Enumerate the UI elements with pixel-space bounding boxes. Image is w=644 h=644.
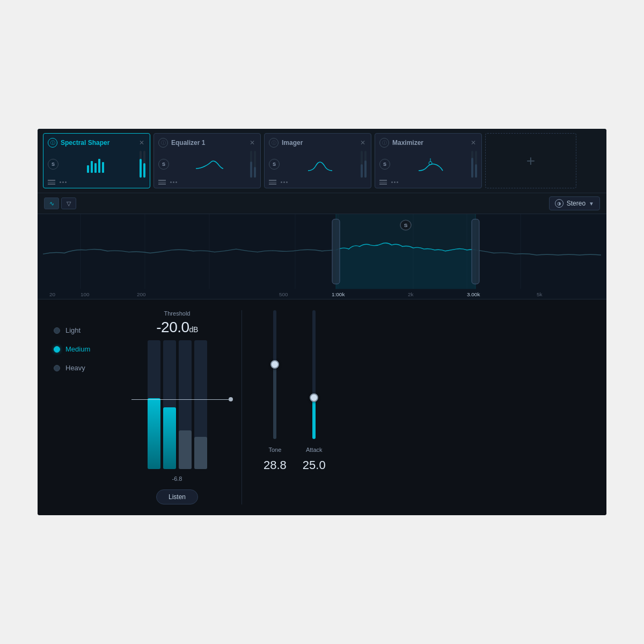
burger-icon-spectral[interactable] [48, 180, 55, 185]
tone-slider-track[interactable] [273, 310, 276, 439]
plugin-card-body-max: S [379, 151, 477, 178]
plugin-controls-left-imager: S [269, 159, 280, 170]
mini-fader-eq-1 [250, 151, 252, 178]
listen-button[interactable]: Listen [156, 489, 198, 504]
burger-icon-eq[interactable] [158, 180, 166, 185]
plugin-card-body-imager: S [269, 151, 367, 178]
mode-dot-heavy [54, 365, 60, 371]
eq-thumbnail [169, 155, 250, 174]
plugin-name-eq: Equalizer 1 [171, 139, 205, 147]
analyzer-toolbar: ∿ ▽ ◑ Stereo ▼ [38, 193, 606, 214]
close-button-eq[interactable]: ✕ [248, 139, 256, 147]
attack-slider-track[interactable] [312, 310, 316, 439]
mini-fader-1 [140, 151, 142, 178]
power-button-imager[interactable]: ⓘ [269, 138, 279, 148]
plugin-bottom-row-imager [269, 180, 367, 185]
plugin-name-max: Maximizer [392, 139, 423, 147]
view-btn-spectrum[interactable]: ▽ [61, 197, 76, 209]
svg-text:S: S [404, 222, 408, 228]
stereo-dropdown[interactable]: ◑ Stereo ▼ [549, 196, 600, 210]
mode-option-light[interactable]: Light [54, 326, 118, 334]
stereo-icon: ◑ [555, 199, 564, 208]
svg-rect-1 [91, 161, 93, 173]
solo-button-spectral[interactable]: S [48, 159, 58, 170]
view-btn-wave[interactable]: ∿ [44, 197, 59, 209]
stereo-label: Stereo [567, 200, 586, 207]
mode-option-heavy[interactable]: Heavy [54, 364, 118, 372]
attack-label: Attack [306, 447, 323, 453]
threshold-label: Threshold [164, 310, 191, 317]
tone-value: 28.8 [264, 458, 287, 472]
plugin-title-row-imager: ⓘ Imager [269, 138, 303, 148]
burger-icon-max[interactable] [379, 180, 387, 185]
solo-button-imager[interactable]: S [269, 159, 280, 170]
app-container: ⓘ Spectral Shaper ✕ S [38, 129, 606, 515]
power-button-spectral[interactable]: ⓘ [48, 138, 57, 148]
svg-text:3.00k: 3.00k [467, 292, 480, 298]
power-button-eq[interactable]: ⓘ [158, 138, 168, 148]
mini-fader-eq-2 [254, 151, 256, 178]
svg-rect-18 [332, 219, 340, 284]
tone-slider-handle[interactable] [270, 360, 279, 369]
plugin-title-row-eq: ⓘ Equalizer 1 [158, 138, 205, 148]
plugin-card-imager[interactable]: ⓘ Imager ✕ S [264, 133, 371, 188]
analyzer-section: ∿ ▽ ◑ Stereo ▼ [38, 193, 606, 299]
plugin-card-header: ⓘ Spectral Shaper ✕ [48, 138, 145, 148]
mode-dot-light [54, 327, 60, 334]
svg-text:500: 500 [279, 292, 288, 298]
solo-button-eq[interactable]: S [158, 159, 169, 170]
plugin-card-body: S [48, 151, 145, 178]
svg-text:100: 100 [80, 292, 90, 298]
tone-slider-fill [273, 364, 276, 439]
mode-label-heavy: Heavy [65, 364, 85, 372]
plugin-card-equalizer[interactable]: ⓘ Equalizer 1 ✕ S [153, 133, 261, 188]
divider [241, 310, 242, 504]
mode-label-light: Light [65, 326, 80, 334]
dots-icon-eq [170, 181, 177, 183]
close-button-imager[interactable]: ✕ [359, 139, 367, 147]
mode-dot-medium [54, 346, 60, 353]
threshold-value: -20.0dB [156, 319, 197, 336]
close-button-max[interactable]: ✕ [470, 139, 477, 147]
plugin-name-spectral: Spectral Shaper [61, 139, 109, 147]
mode-selector: Light Medium Heavy [54, 310, 118, 372]
plugin-controls-left-eq: S [158, 159, 169, 170]
add-plugin-card[interactable]: + [485, 133, 576, 188]
svg-rect-19 [472, 219, 479, 284]
attack-slider-handle[interactable] [310, 393, 318, 402]
solo-button-max[interactable]: S [379, 159, 390, 170]
svg-text:20: 20 [49, 292, 55, 298]
plugin-name-imager: Imager [282, 139, 303, 147]
mini-fader-2 [143, 151, 145, 178]
dots-icon-spectral [60, 181, 67, 183]
chevron-down-icon: ▼ [589, 201, 594, 207]
plugin-card-spectral-shaper[interactable]: ⓘ Spectral Shaper ✕ S [43, 133, 150, 188]
plugin-controls-left-max: S [379, 159, 390, 170]
spectrum-display: S 20 100 200 500 1:00k 2k 3.00k 5k [38, 214, 606, 299]
mini-fader-imager-2 [364, 151, 367, 178]
plugin-bottom-row-spectral [48, 180, 145, 185]
attack-slider-group: Attack 25.0 [303, 310, 326, 472]
imager-thumbnail [280, 155, 361, 174]
plugin-title-row-max: ⓘ Maximizer [379, 138, 423, 148]
close-button-spectral[interactable]: ✕ [138, 139, 145, 147]
tone-label: Tone [268, 447, 281, 453]
plugin-faders-imager [361, 151, 367, 178]
plugin-controls-left: S [48, 159, 58, 170]
plugin-card-maximizer[interactable]: ⓘ Maximizer ✕ S [375, 133, 482, 188]
plugin-bottom-row-eq [158, 180, 256, 185]
plugin-faders-spectral [140, 151, 145, 178]
mode-label-medium: Medium [65, 345, 90, 353]
power-button-max[interactable]: ⓘ [379, 138, 389, 148]
plugin-faders-eq [250, 151, 256, 178]
plugin-chain: ⓘ Spectral Shaper ✕ S [38, 129, 606, 193]
plugin-bottom-row-max [379, 180, 477, 185]
burger-icon-imager[interactable] [269, 180, 276, 185]
dots-icon-max [391, 181, 398, 183]
mode-option-medium[interactable]: Medium [54, 345, 118, 353]
mini-fader-max-1 [471, 151, 473, 178]
dots-icon-imager [281, 181, 288, 183]
svg-rect-4 [102, 162, 104, 173]
svg-text:200: 200 [137, 292, 146, 298]
vu-bottom-value: -6.8 [172, 475, 182, 482]
